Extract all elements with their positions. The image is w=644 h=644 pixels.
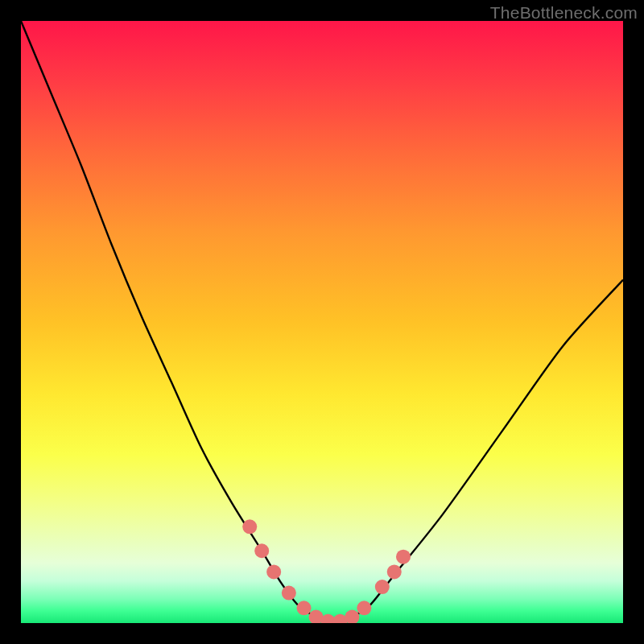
chart-plot-area <box>21 21 623 623</box>
curve-marker <box>345 610 359 625</box>
curve-marker <box>396 550 411 564</box>
curve-marker <box>387 564 402 579</box>
curve-marker <box>282 586 296 601</box>
bottleneck-curve <box>21 21 623 624</box>
curve-marker <box>357 601 371 615</box>
curve-marker <box>242 519 257 534</box>
chart-svg <box>21 21 623 623</box>
curve-marker <box>375 580 390 594</box>
curve-marker <box>297 601 312 615</box>
watermark-text: TheBottleneck.com <box>490 3 638 23</box>
curve-marker <box>266 564 281 579</box>
curve-marker <box>254 543 269 558</box>
marker-group <box>242 519 411 628</box>
